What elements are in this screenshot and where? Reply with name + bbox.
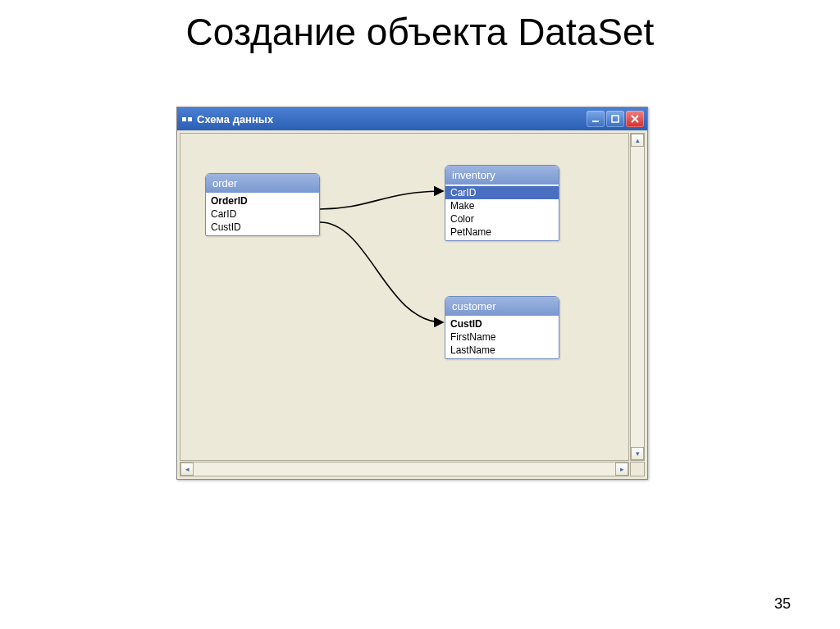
scrollbar-corner (630, 462, 645, 476)
scroll-left-button[interactable]: ◂ (180, 463, 194, 476)
window-title: Схема данных (197, 113, 587, 125)
window-titlebar[interactable]: Схема данных (177, 107, 647, 130)
field-petname[interactable]: PetName (445, 226, 559, 239)
chevron-right-icon: ▸ (620, 465, 624, 473)
table-header[interactable]: inventory (445, 166, 559, 185)
minimize-button[interactable] (587, 111, 605, 127)
field-cust-id[interactable]: CustID (445, 317, 559, 330)
schema-window: Схема данных (176, 107, 648, 480)
field-make[interactable]: Make (445, 199, 559, 212)
app-icon (180, 112, 194, 125)
field-car-id-selected[interactable]: CarID (445, 186, 559, 199)
scroll-down-button[interactable]: ▾ (631, 447, 644, 460)
schema-canvas[interactable]: order OrderID CarID CustID inventory Car… (180, 133, 629, 461)
scroll-up-button[interactable]: ▴ (631, 134, 644, 147)
field-firstname[interactable]: FirstName (445, 330, 559, 344)
client-area: order OrderID CarID CustID inventory Car… (177, 130, 647, 479)
maximize-button[interactable] (606, 111, 624, 127)
page-number: 35 (774, 595, 791, 613)
vertical-scrollbar[interactable]: ▴ ▾ (630, 133, 645, 461)
horizontal-scrollbar[interactable]: ◂ ▸ (180, 462, 629, 476)
field-car-id[interactable]: CarID (206, 207, 319, 221)
table-header[interactable]: order (206, 174, 319, 193)
chevron-down-icon: ▾ (636, 449, 640, 458)
table-customer[interactable]: customer CustID FirstName LastName (445, 296, 559, 359)
field-order-id[interactable]: OrderID (206, 194, 319, 207)
table-header[interactable]: customer (445, 297, 559, 316)
chevron-left-icon: ◂ (185, 465, 189, 473)
field-lastname[interactable]: LastName (445, 344, 559, 357)
scroll-right-button[interactable]: ▸ (615, 463, 628, 476)
svg-rect-1 (612, 116, 619, 122)
close-button[interactable] (626, 111, 644, 127)
field-cust-id[interactable]: CustID (206, 221, 319, 234)
table-inventory[interactable]: inventory CarID Make Color PetName (445, 165, 559, 241)
field-color[interactable]: Color (445, 212, 559, 226)
chevron-up-icon: ▴ (636, 136, 640, 144)
svg-rect-0 (592, 121, 599, 122)
table-order[interactable]: order OrderID CarID CustID (205, 173, 320, 236)
slide-title: Создание объекта DataSet (0, 0, 840, 54)
